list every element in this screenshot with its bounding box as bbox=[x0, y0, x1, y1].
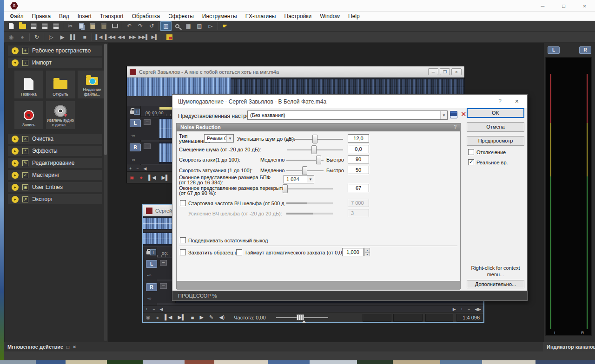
save-as-icon[interactable] bbox=[39, 21, 50, 31]
dialog-close-icon[interactable]: × bbox=[515, 98, 519, 105]
new-file-icon[interactable] bbox=[6, 21, 17, 31]
record-icon[interactable]: ● bbox=[137, 175, 146, 180]
scrub-slider[interactable] bbox=[276, 314, 328, 321]
chevron-down-icon[interactable]: ▼ bbox=[440, 111, 447, 119]
menu-item[interactable]: Window bbox=[316, 13, 344, 20]
previous-marker-icon[interactable]: ▌◀◀ bbox=[105, 32, 116, 42]
window1-close-button[interactable]: × bbox=[451, 68, 462, 75]
go-to-end-icon[interactable]: ▶▌ bbox=[149, 32, 160, 42]
fit-icon[interactable]: ◀▶ bbox=[472, 307, 483, 312]
release-slider[interactable] bbox=[286, 170, 324, 171]
selection-end-field[interactable] bbox=[393, 314, 423, 322]
reduce-slider-thumb[interactable] bbox=[312, 135, 317, 143]
undo-all-icon[interactable]: ↺ bbox=[146, 21, 157, 31]
menu-item[interactable]: Вид bbox=[55, 13, 73, 20]
play-all-icon[interactable]: ▷ bbox=[46, 32, 57, 42]
tile-recent[interactable]: Недавние файлы... bbox=[78, 71, 106, 98]
overlap-value-field[interactable]: 67 bbox=[348, 184, 369, 192]
close-panel-icon[interactable]: ✕ bbox=[73, 344, 76, 350]
scrub-slider-thumb[interactable] bbox=[297, 314, 304, 320]
timeout-checkbox[interactable] bbox=[236, 249, 242, 255]
save-preset-icon[interactable] bbox=[450, 111, 457, 118]
more-button[interactable]: Дополнительно... bbox=[467, 280, 524, 288]
meter-panel-titlebar[interactable]: Индикатор каналов bbox=[543, 342, 595, 351]
menu-item[interactable]: Эффекты bbox=[164, 13, 198, 20]
maximize-button[interactable]: □ bbox=[553, 0, 574, 12]
sidebar-section-1[interactable]: ▾↓Импорт bbox=[8, 58, 102, 68]
plugin-header[interactable]: Noise Reduction ? bbox=[177, 124, 460, 131]
zoom-in-icon[interactable]: + bbox=[458, 307, 465, 312]
copy-icon[interactable] bbox=[76, 21, 87, 31]
undo-icon[interactable]: ↶ bbox=[124, 21, 135, 31]
sidebar-section-3[interactable]: ▸*Эффекты bbox=[8, 146, 102, 156]
tool-cursor-icon[interactable]: ▻ bbox=[205, 21, 216, 31]
zoom-out-icon[interactable]: − bbox=[134, 166, 141, 171]
realtime-checkbox[interactable] bbox=[468, 159, 474, 165]
right-channel-minimize[interactable]: ─ bbox=[144, 143, 151, 149]
residual-checkbox[interactable] bbox=[180, 237, 186, 243]
record-icon[interactable]: ● bbox=[153, 315, 162, 320]
cut-icon[interactable]: ✂ bbox=[65, 21, 76, 31]
preset-combobox[interactable]: (Без названия) ▼ bbox=[247, 110, 448, 120]
tile-folder[interactable]: Открыть bbox=[46, 71, 75, 98]
capture-checkbox[interactable] bbox=[180, 249, 186, 255]
attack-value-field[interactable]: 90 bbox=[348, 155, 369, 163]
go-to-start-icon[interactable]: ▌◀ bbox=[162, 314, 175, 320]
bypass-checkbox[interactable] bbox=[468, 149, 474, 155]
timeout-value-field[interactable]: 1,000 bbox=[342, 248, 364, 256]
zoom-out-icon[interactable]: − bbox=[465, 307, 472, 312]
menu-item[interactable]: Insert bbox=[73, 13, 96, 20]
reduce-slider[interactable] bbox=[287, 139, 343, 140]
edit-tool-icon[interactable]: I bbox=[150, 249, 156, 255]
overview-selection[interactable] bbox=[127, 78, 231, 96]
zoom-in-icon[interactable]: + bbox=[127, 166, 134, 171]
menu-item[interactable]: Файл bbox=[6, 13, 28, 20]
zoom-tool-icon[interactable] bbox=[172, 21, 183, 31]
next-marker-icon[interactable]: ▶▶▌ bbox=[138, 32, 149, 42]
level-meters[interactable]: L R bbox=[545, 57, 592, 336]
menu-item[interactable]: Настройки bbox=[280, 13, 316, 20]
play-icon[interactable]: ▶ bbox=[57, 32, 68, 42]
minimize-button[interactable]: ─ bbox=[532, 0, 553, 12]
sidebar-scrollbar[interactable] bbox=[104, 44, 107, 341]
custom-tool-icon[interactable] bbox=[164, 32, 175, 42]
cursor-time-field[interactable] bbox=[363, 314, 391, 322]
chevron-down-icon[interactable]: ▼ bbox=[226, 135, 233, 142]
noise-reduction-dialog[interactable]: Шумоподавление - Сергей Завьялов - В Бел… bbox=[172, 94, 528, 301]
left-channel-button[interactable]: L bbox=[146, 260, 157, 268]
spin-up-icon[interactable]: ▲ bbox=[364, 248, 370, 252]
bias-slider-thumb[interactable] bbox=[311, 145, 317, 154]
overview-rest[interactable] bbox=[231, 79, 464, 95]
attack-slider[interactable] bbox=[286, 160, 324, 161]
timeout-spinner[interactable]: ▲▼ bbox=[364, 248, 370, 257]
right-channel-button[interactable]: R bbox=[146, 283, 157, 291]
chevron-down-icon[interactable]: ▼ bbox=[307, 176, 314, 183]
scroll-left-icon[interactable]: ◀ bbox=[141, 166, 149, 171]
menu-item[interactable]: Инструменты bbox=[198, 13, 241, 20]
sidebar-section-7[interactable]: ▸↗Экспорт bbox=[8, 194, 102, 204]
left-channel-minimize[interactable]: ─ bbox=[144, 119, 151, 125]
selection-length-field[interactable] bbox=[425, 314, 453, 322]
delete-preset-icon[interactable]: ✕ bbox=[461, 110, 467, 118]
go-to-start-icon[interactable]: ▌◀ bbox=[93, 32, 105, 42]
menu-item[interactable]: Правка bbox=[28, 13, 55, 20]
record-prepare-icon[interactable]: ◉ bbox=[6, 32, 17, 42]
float-panel-icon[interactable]: □ bbox=[66, 344, 69, 350]
preview-button[interactable]: Предпросмотр bbox=[467, 136, 524, 146]
menu-item[interactable]: Help bbox=[344, 13, 364, 20]
meter-right-button[interactable]: R bbox=[579, 46, 591, 54]
left-channel-button[interactable]: L bbox=[130, 119, 141, 127]
tile-doc[interactable]: Новинка bbox=[14, 71, 43, 98]
whats-this-icon[interactable]: ☛ bbox=[219, 21, 231, 31]
right-channel-button[interactable]: R bbox=[130, 143, 141, 151]
tile-cd[interactable]: Извлечь аудио с диска... bbox=[46, 101, 75, 129]
forward-icon[interactable]: ▶▶ bbox=[127, 32, 138, 42]
overlap-slider-thumb[interactable] bbox=[283, 184, 288, 193]
play-icon[interactable]: ▶ bbox=[197, 314, 206, 320]
sidebar-section-6[interactable]: ▸▣User Entries bbox=[8, 182, 102, 192]
sidebar-section-5[interactable]: ▸✓Мастеринг bbox=[8, 170, 102, 180]
shelf-freq-checkbox[interactable] bbox=[180, 200, 186, 206]
dialog-titlebar[interactable]: Шумоподавление - Сергей Завьялов - В Бел… bbox=[172, 95, 527, 108]
mode-combobox[interactable]: Режим С ▼ bbox=[204, 134, 234, 143]
pause-icon[interactable]: ▌▌ bbox=[68, 32, 79, 42]
